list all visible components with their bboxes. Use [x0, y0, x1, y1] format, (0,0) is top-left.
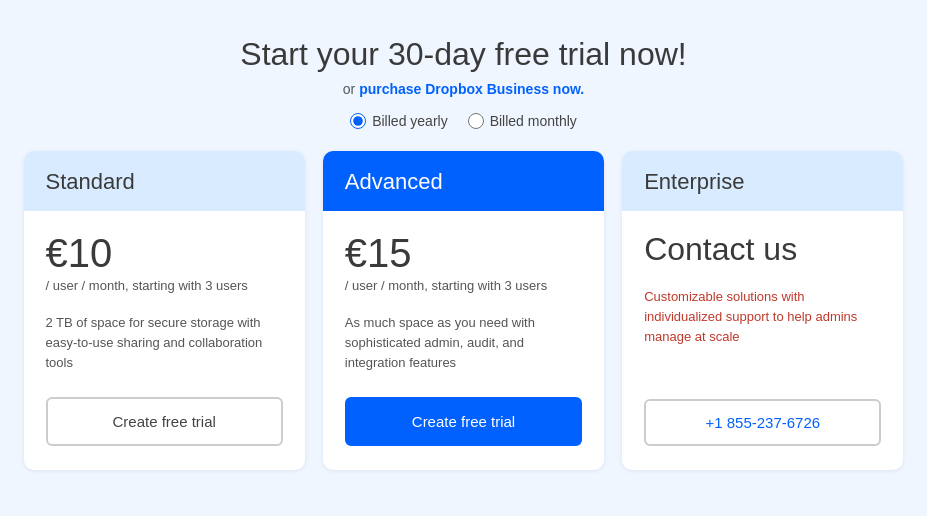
billing-yearly-option[interactable]: Billed yearly [350, 113, 447, 129]
card-standard-title: Standard [46, 169, 283, 195]
card-enterprise-contact-heading: Contact us [644, 233, 881, 265]
card-enterprise-description: Customizable solutions with individualiz… [644, 287, 881, 376]
page-container: Start your 30-day free trial now! or pur… [0, 6, 927, 511]
card-advanced-title: Advanced [345, 169, 582, 195]
card-enterprise-title: Enterprise [644, 169, 881, 195]
card-advanced-cta[interactable]: Create free trial [345, 397, 582, 446]
page-subheadline: or purchase Dropbox Business now. [343, 81, 584, 97]
card-enterprise-phone-button[interactable]: +1 855-237-6726 [644, 399, 881, 446]
card-standard-header: Standard [24, 151, 305, 211]
card-enterprise-header: Enterprise [622, 151, 903, 211]
billing-monthly-radio[interactable] [468, 113, 484, 129]
page-headline: Start your 30-day free trial now! [240, 36, 686, 73]
billing-yearly-radio[interactable] [350, 113, 366, 129]
card-standard-body: €10 / user / month, starting with 3 user… [24, 211, 305, 471]
billing-monthly-label: Billed monthly [490, 113, 577, 129]
purchase-link[interactable]: purchase Dropbox Business now. [359, 81, 584, 97]
billing-toggle: Billed yearly Billed monthly [350, 113, 577, 129]
card-standard-description: 2 TB of space for secure storage with ea… [46, 313, 283, 373]
card-standard-price: €10 [46, 233, 283, 273]
card-standard: Standard €10 / user / month, starting wi… [24, 151, 305, 471]
pricing-cards-row: Standard €10 / user / month, starting wi… [24, 151, 904, 471]
subheadline-prefix: or [343, 81, 359, 97]
billing-yearly-label: Billed yearly [372, 113, 447, 129]
card-standard-cta[interactable]: Create free trial [46, 397, 283, 446]
card-advanced-description: As much space as you need with sophistic… [345, 313, 582, 373]
card-advanced: Advanced €15 / user / month, starting wi… [323, 151, 604, 471]
card-enterprise: Enterprise Contact us Customizable solut… [622, 151, 903, 471]
card-advanced-price-sub: / user / month, starting with 3 users [345, 277, 582, 295]
card-enterprise-body: Contact us Customizable solutions with i… [622, 211, 903, 471]
card-advanced-body: €15 / user / month, starting with 3 user… [323, 211, 604, 471]
card-advanced-header: Advanced [323, 151, 604, 211]
billing-monthly-option[interactable]: Billed monthly [468, 113, 577, 129]
card-standard-price-sub: / user / month, starting with 3 users [46, 277, 283, 295]
card-advanced-price: €15 [345, 233, 582, 273]
